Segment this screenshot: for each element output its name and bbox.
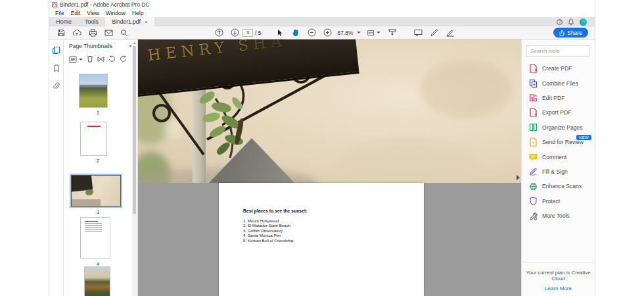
zoom-level-value[interactable]: 67.8% xyxy=(337,30,353,36)
page-thumbnails-panel: Page Thumbnails × 1 xyxy=(64,39,138,296)
rotate-right-icon[interactable] xyxy=(120,53,127,65)
save-icon[interactable] xyxy=(55,28,68,38)
document-viewer[interactable]: HENRY SHA Best places to see the sunset:… xyxy=(138,39,521,296)
pdf-page-4[interactable]: Best places to see the sunset: 1. Mount … xyxy=(219,183,424,296)
tools-sidebar: Create PDF Combine Files Edit PDF Export… xyxy=(521,39,595,296)
zoom-caret-icon[interactable] xyxy=(357,32,361,34)
help-icon[interactable]: ? xyxy=(557,19,563,25)
bookmarks-rail-icon[interactable] xyxy=(52,64,60,72)
share-icon xyxy=(559,30,564,36)
acrobat-window: Binder1.pdf - Adobe Acrobat Pro DC File … xyxy=(49,0,595,296)
tool-organize-pages[interactable]: Organize Pages xyxy=(522,120,595,135)
page-total-label: / 5 xyxy=(255,30,261,36)
tool-edit-pdf[interactable]: Edit PDF xyxy=(522,91,595,105)
fill-sign-icon xyxy=(528,167,538,176)
thumbnail-page-5[interactable] xyxy=(84,266,110,296)
menu-view[interactable]: View xyxy=(83,10,102,16)
read-mode-icon[interactable] xyxy=(386,28,399,38)
next-page-icon[interactable] xyxy=(228,28,241,38)
tool-create-pdf[interactable]: Create PDF xyxy=(522,61,595,76)
thumbnail-page-1[interactable] xyxy=(79,74,108,108)
sidebar-footer: Your current plan is Creative Cloud Lear… xyxy=(522,262,595,296)
create-pdf-icon xyxy=(528,64,538,73)
thumbnails-toolbar xyxy=(64,51,137,68)
screen: Binder1.pdf - Adobe Acrobat Pro DC File … xyxy=(0,0,644,296)
thumbnails-header: Page Thumbnails × xyxy=(64,39,137,51)
thumbnail-3-number: 3 xyxy=(64,209,132,215)
comment-tool-icon xyxy=(528,153,538,162)
tool-fill-sign[interactable]: Fill & Sign xyxy=(522,164,595,179)
tool-more-tools[interactable]: More Tools xyxy=(522,209,595,223)
attachments-rail-icon[interactable] xyxy=(52,82,60,90)
quick-toolbar: / 5 67.8% Share xyxy=(49,26,595,39)
combine-files-icon xyxy=(528,79,538,88)
menu-edit[interactable]: Edit xyxy=(68,10,84,16)
collapse-tools-panel-handle[interactable] xyxy=(517,175,520,180)
sign-pen-icon[interactable] xyxy=(444,28,457,38)
page-thumbnails-rail-icon[interactable] xyxy=(52,46,60,55)
fill-sign-pencil-icon[interactable] xyxy=(428,28,441,38)
upload-cloud-icon[interactable] xyxy=(70,28,83,38)
more-tools-wrench-icon xyxy=(528,211,538,220)
select-tool-icon[interactable] xyxy=(273,28,287,38)
thumbnails-scrollbar[interactable]: ▲ xyxy=(132,41,137,296)
footer-divider xyxy=(522,262,595,262)
organize-pages-icon xyxy=(528,123,538,132)
extract-pages-icon[interactable] xyxy=(97,53,104,65)
hand-tool-icon[interactable] xyxy=(289,28,302,38)
tool-label: Edit PDF xyxy=(542,95,564,101)
scrollbar-up-arrow-icon[interactable]: ▲ xyxy=(133,41,136,45)
email-icon[interactable] xyxy=(102,28,115,38)
tool-enhance-scans[interactable]: Enhance Scans xyxy=(522,179,595,193)
tabbar-right-group: ? xyxy=(557,17,587,26)
protect-shield-icon xyxy=(528,197,538,206)
menu-window[interactable]: Window xyxy=(103,10,129,16)
export-pdf-icon xyxy=(528,108,538,117)
tool-combine-files[interactable]: Combine Files xyxy=(522,76,595,90)
comment-icon[interactable] xyxy=(412,28,425,38)
zoom-out-icon[interactable] xyxy=(305,28,318,38)
menu-file[interactable]: File xyxy=(52,10,68,16)
tab-close-icon[interactable]: × xyxy=(145,19,148,25)
delete-pages-icon[interactable] xyxy=(87,53,93,65)
search-tools-input[interactable] xyxy=(526,45,590,57)
previous-page-icon[interactable] xyxy=(212,28,225,38)
page4-list-item: 4. Santa Monica Pier xyxy=(243,233,293,237)
scrollbar-thumb[interactable] xyxy=(133,46,136,214)
thumbnail-2-number: 2 xyxy=(64,158,132,164)
search-icon[interactable] xyxy=(118,28,131,38)
tool-send-for-review[interactable]: Send for Review NEW xyxy=(522,135,595,149)
tool-label: Comment xyxy=(542,154,566,160)
zoom-in-icon[interactable] xyxy=(321,28,334,38)
tab-tools[interactable]: Tools xyxy=(78,17,105,26)
enhance-scans-icon xyxy=(528,182,538,191)
print-icon[interactable] xyxy=(86,28,99,38)
tab-document[interactable]: Binder1.pdf × xyxy=(105,17,154,26)
tool-export-pdf[interactable]: Export PDF xyxy=(522,105,595,120)
new-badge: NEW xyxy=(576,135,591,140)
share-button[interactable]: Share xyxy=(553,28,588,37)
rotate-left-icon[interactable] xyxy=(108,53,116,65)
notifications-bell-icon[interactable] xyxy=(568,18,574,26)
thumbnail-options-icon[interactable] xyxy=(69,56,83,63)
sign-text: HENRY SHA xyxy=(147,39,287,64)
thumbnail-3-photo xyxy=(72,176,120,206)
thumbnails-panel-title: Page Thumbnails xyxy=(69,43,112,49)
menu-help[interactable]: Help xyxy=(129,10,147,16)
page4-list-item: 2. El Matador State Beach xyxy=(243,223,293,228)
thumbnail-page-4[interactable] xyxy=(80,217,110,259)
share-label: Share xyxy=(567,30,582,36)
pdf-page-3-photo[interactable]: HENRY SHA xyxy=(138,39,521,183)
tool-protect[interactable]: Protect xyxy=(522,194,595,209)
thumbnail-2-red-title xyxy=(87,126,101,127)
fit-width-icon[interactable] xyxy=(367,28,380,38)
thumbnail-page-2[interactable] xyxy=(80,122,107,156)
tool-label: Organize Pages xyxy=(542,124,583,131)
user-avatar[interactable] xyxy=(580,18,587,26)
thumbnail-page-3-selected[interactable] xyxy=(71,175,121,207)
learn-more-link[interactable]: Learn More xyxy=(522,285,595,291)
tool-comment[interactable]: Comment xyxy=(522,149,595,164)
view-controls-group: 67.8% xyxy=(272,28,400,38)
page-number-input[interactable] xyxy=(242,29,253,37)
tab-home[interactable]: Home xyxy=(49,17,78,26)
